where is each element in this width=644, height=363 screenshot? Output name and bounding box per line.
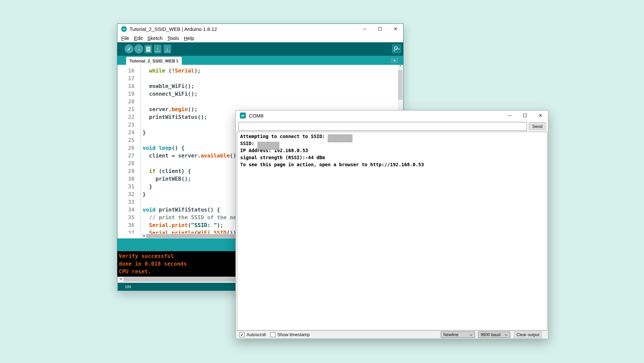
serial-minimize-button[interactable] (502, 110, 517, 121)
scroll-left-icon: < (142, 234, 146, 238)
serial-maximize-button[interactable] (517, 110, 533, 121)
serial-send-input[interactable] (238, 122, 527, 131)
autoscroll-checkbox[interactable]: ✓ (239, 332, 245, 337)
send-button[interactable]: Send (529, 122, 546, 130)
ide-maximize-button[interactable] (372, 24, 388, 34)
autoscroll-label: Autoscroll (247, 332, 266, 337)
line-ending-select[interactable]: Newline (441, 331, 475, 338)
clear-output-label: Clear output (517, 332, 539, 337)
serial-monitor-button[interactable] (392, 44, 401, 53)
tab-strip: Tutorial_2_SSID_WEB § ▼ (117, 56, 403, 65)
serial-output-line: IP Address: 192.168.0.53 (240, 148, 547, 155)
minimize-icon (508, 116, 512, 116)
magnifier-handle (393, 50, 395, 52)
baud-rate-select[interactable]: 9600 baud (478, 331, 510, 338)
ide-minimize-button[interactable] (357, 24, 372, 34)
serial-bottom-bar: ✓ Autoscroll Show timestamp Newline 9600… (236, 330, 548, 338)
tab-list-dropdown-button[interactable]: ▼ (391, 58, 398, 63)
line-number: 22 (117, 114, 138, 122)
serial-titlebar[interactable]: ∞ COM8 ✕ (236, 110, 548, 121)
line-number: 29 (117, 168, 138, 176)
serial-close-button[interactable]: ✕ (533, 110, 548, 121)
desktop: ∞ Tutorial_2_SSID_WEB | Arduino 1.8.12 ✕… (0, 0, 644, 363)
arrow-down-icon: ↓ (166, 47, 169, 51)
line-number: 37 (117, 230, 138, 234)
menu-help[interactable]: Help (184, 35, 194, 41)
scrollbar-thumb[interactable] (398, 70, 402, 100)
redacted-text (328, 134, 353, 142)
line-number: 18 (117, 83, 138, 91)
menu-sketch[interactable]: Sketch (147, 35, 163, 41)
redacted-text (257, 142, 279, 150)
code-line: 20 (117, 98, 403, 106)
code-line: 16 while (!Serial); (117, 67, 403, 75)
minimize-icon (363, 29, 367, 29)
line-number: 34 (117, 207, 138, 214)
menu-bar: FileEditSketchToolsHelp (117, 34, 403, 42)
code-line: 19 connect_WiFi(); (117, 91, 403, 98)
upload-button[interactable]: → (134, 44, 143, 53)
send-button-label: Send (532, 124, 542, 129)
scroll-left-icon: < (118, 277, 123, 281)
check-icon: ✓ (127, 46, 131, 52)
menu-file[interactable]: File (121, 35, 129, 41)
menu-tools[interactable]: Tools (167, 35, 179, 41)
serial-output-text: SSID: (240, 141, 257, 146)
arduino-logo-icon: ∞ (240, 112, 246, 119)
menu-edit[interactable]: Edit (134, 35, 143, 41)
ide-toolbar: ✓ → ↑ ↓ (117, 42, 403, 56)
line-number: 20 (117, 98, 138, 106)
arrow-right-icon: → (137, 47, 141, 51)
close-icon: ✕ (393, 27, 397, 31)
clear-output-button[interactable]: Clear output (514, 331, 542, 338)
serial-output-line: To see this page in action, open a brows… (240, 162, 547, 169)
open-sketch-button[interactable]: ↑ (154, 45, 161, 53)
scroll-up-icon: ^ (398, 65, 403, 70)
new-sketch-button[interactable] (145, 45, 152, 53)
line-number: 26 (117, 145, 138, 152)
baud-rate-value: 9600 baud (481, 332, 500, 337)
maximize-icon (378, 27, 382, 31)
show-timestamp-label: Show timestamp (277, 332, 310, 337)
save-sketch-button[interactable]: ↓ (164, 45, 171, 53)
chevron-down-icon (470, 333, 472, 336)
line-number: 23 (117, 122, 138, 129)
verify-button[interactable]: ✓ (124, 44, 133, 53)
line-ending-value: Newline (443, 332, 458, 337)
close-icon: ✕ (538, 113, 542, 118)
line-number: 30 (117, 176, 138, 183)
line-number: 24 (117, 129, 138, 137)
tab-label: Tutorial_2_SSID_WEB (129, 58, 175, 63)
show-timestamp-checkbox[interactable] (270, 332, 275, 337)
tab-tutorial-2-ssid-web[interactable]: Tutorial_2_SSID_WEB § (126, 57, 182, 65)
ide-close-button[interactable]: ✕ (388, 24, 403, 34)
serial-output-line: SSID: (240, 141, 547, 148)
serial-monitor-window: ∞ COM8 ✕ Send Attempting to connect to S… (235, 110, 548, 338)
serial-output-text: signal strength (RSSI):-44 dBm (240, 155, 325, 160)
serial-output-text: To see this page in action, open a brows… (240, 162, 424, 167)
tray-line (155, 51, 160, 52)
arduino-logo-icon: ∞ (121, 26, 127, 32)
serial-window-title: COM8 (249, 113, 263, 119)
chevron-down-icon (505, 333, 507, 336)
tray-line (165, 51, 170, 52)
code-line: 18 enable_WiFi(); (117, 83, 403, 91)
line-number: 31 (117, 183, 138, 191)
maximize-icon (523, 114, 527, 117)
line-number: 33 (117, 199, 138, 207)
line-number: 35 (117, 214, 138, 222)
serial-output-area[interactable]: Attempting to connect to SSID: SSID: IP … (237, 132, 547, 330)
caret-line-indicator: 109 (125, 285, 131, 289)
tab-suffix: § (176, 58, 178, 63)
line-number: 32 (117, 191, 138, 199)
serial-output-line: Attempting to connect to SSID: (240, 134, 547, 141)
ide-window-title: Tutorial_2_SSID_WEB | Arduino 1.8.12 (129, 26, 217, 32)
line-number: 17 (117, 75, 138, 83)
serial-output-line: signal strength (RSSI):-44 dBm (240, 155, 547, 162)
line-number: 16 (117, 67, 138, 75)
magnifier-icon (394, 46, 398, 50)
line-number: 19 (117, 91, 138, 98)
arrow-up-icon: ↑ (157, 47, 159, 51)
serial-output-text: Attempting to connect to SSID: (240, 134, 328, 139)
ide-titlebar[interactable]: ∞ Tutorial_2_SSID_WEB | Arduino 1.8.12 ✕ (117, 24, 403, 34)
